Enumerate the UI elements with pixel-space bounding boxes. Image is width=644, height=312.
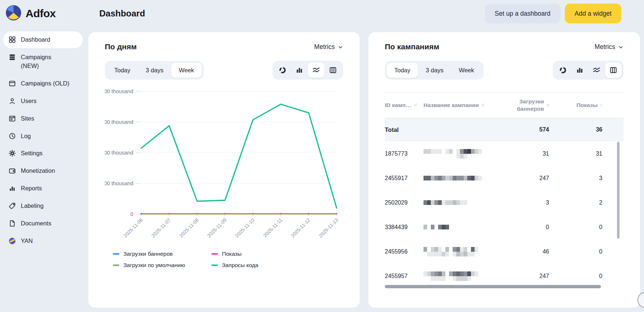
sidebar-item-documents[interactable]: Documents [3, 215, 83, 232]
browser-icon [8, 115, 16, 123]
campaign-id: 1875773 [385, 151, 418, 157]
sidebar-item-label: Documents [21, 219, 51, 228]
daily-range-tab-3-days[interactable]: 3 days [138, 63, 171, 78]
daily-metrics-dropdown[interactable]: Metrics [314, 43, 343, 51]
legend-item-загрузки-по-умолчанию: Загрузки по умолчанию [113, 262, 211, 269]
table-row[interactable]: 2455956460 [385, 239, 624, 264]
svg-text:200 thousand: 200 thousand [105, 150, 133, 156]
svg-text:2025-11-12: 2025-11-12 [290, 217, 311, 239]
campaigns-range-tab-today[interactable]: Today [387, 63, 418, 78]
daily-range-tabs: Today3 daysWeek [105, 61, 204, 80]
banner-loads-value: 31 [508, 151, 549, 157]
daily-card-title: По дням [105, 42, 137, 51]
adfox-logo-icon [6, 5, 21, 22]
daily-view-table-columns-icon[interactable] [325, 62, 341, 78]
table-vertical-scrollbar[interactable] [617, 142, 620, 239]
table-horizontal-scrollbar[interactable] [385, 285, 601, 288]
impressions-value: 0 [554, 224, 602, 231]
svg-text:2025-11-06: 2025-11-06 [122, 217, 144, 239]
sidebar-item-label: Reports [21, 184, 42, 193]
campaigns-metrics-dropdown[interactable]: Metrics [595, 43, 624, 51]
sidebar-item-campaigns-old[interactable]: Campaigns (OLD) [3, 75, 83, 92]
daily-view-bars-icon[interactable] [291, 62, 308, 78]
page-title: Dashboard [99, 0, 145, 27]
daily-range-tab-week[interactable]: Week [171, 63, 202, 78]
add-widget-button[interactable]: Add a widget [565, 4, 621, 23]
campaign-name-redacted [423, 271, 503, 281]
sidebar-item-campaigns-new[interactable]: Campaigns (NEW) [3, 49, 83, 75]
clock-icon [8, 132, 16, 140]
column-header-показы[interactable]: Показы↓↑ [554, 102, 602, 109]
sidebar-item-labeling[interactable]: Labeling [3, 198, 83, 214]
legend-label: Показы [222, 251, 242, 257]
column-header-название-кампании[interactable]: Название кампании↓↑ [423, 102, 503, 109]
svg-text:2025-11-09: 2025-11-09 [206, 217, 228, 239]
daily-range-tab-today[interactable]: Today [107, 63, 138, 78]
chart-legend: Загрузки баннеровПоказыЗагрузки по умолч… [105, 251, 343, 269]
column-label: Загрузки баннеров [508, 98, 544, 112]
sidebar: DashboardCampaigns (NEW)Campaigns (OLD)U… [0, 27, 86, 312]
svg-text:0: 0 [130, 211, 133, 217]
impressions-value: 31 [554, 151, 602, 157]
campaigns-view-lines-icon[interactable] [588, 62, 605, 78]
banner-loads-value: 3 [508, 199, 549, 206]
sidebar-item-label: Log [21, 132, 31, 141]
sidebar-item-yan[interactable]: YAN [3, 233, 83, 250]
document-icon [8, 220, 16, 228]
grid-icon [8, 36, 16, 44]
campaign-name-redacted [423, 200, 503, 205]
sidebar-item-log[interactable]: Log [3, 128, 83, 145]
wallet-icon [8, 167, 16, 175]
campaigns-view-table-columns-icon[interactable] [605, 62, 622, 78]
banner-loads-value: 247 [508, 273, 549, 279]
legend-item-загрузки-баннеров: Загрузки баннеров [113, 251, 211, 257]
campaign-id: 2502029 [385, 199, 418, 206]
sidebar-item-reports[interactable]: Reports [3, 180, 83, 197]
sidebar-item-monetization[interactable]: Monetization [3, 163, 83, 179]
column-label: Показы [576, 102, 598, 109]
daily-view-pie-chart-icon[interactable] [274, 62, 291, 78]
legend-swatch [113, 253, 119, 255]
total-label: Total [385, 126, 418, 133]
campaign-name-redacted [423, 149, 503, 159]
sidebar-item-label: Campaigns (OLD) [21, 79, 69, 88]
sort-arrows-icon[interactable]: ↓↑ [414, 102, 417, 108]
header-actions: Set up a dashboard Add a widget [485, 4, 621, 23]
campaign-id: 2455956 [385, 248, 418, 255]
table-row[interactable]: 18757733131 [385, 141, 624, 166]
bar-chart-icon [8, 184, 16, 193]
table-total-row: Total57436 [385, 118, 624, 141]
legend-swatch [113, 265, 119, 266]
campaigns-view-pie-chart-icon[interactable] [555, 62, 571, 78]
sort-arrows-icon[interactable]: ↓↑ [546, 102, 549, 108]
campaigns-range-tab-3-days[interactable]: 3 days [418, 63, 451, 78]
campaigns-widget-card: По кампаниям Metrics Today3 daysWeek ID … [368, 32, 640, 308]
sidebar-item-dashboard[interactable]: Dashboard [3, 31, 83, 48]
sidebar-item-users[interactable]: Users [3, 93, 83, 110]
table-row[interactable]: 338443900 [385, 215, 624, 239]
table-row[interactable]: 24559572470 [385, 264, 624, 288]
sidebar-item-label: Dashboard [21, 35, 50, 44]
table-row[interactable]: 24559172473 [385, 166, 624, 190]
sidebar-item-label: Users [21, 97, 37, 106]
campaign-id: 3384439 [385, 224, 418, 231]
campaign-name-redacted [423, 247, 503, 256]
table-row[interactable]: 250202932 [385, 190, 624, 215]
impressions-value: 0 [554, 273, 602, 279]
sort-arrows-icon[interactable]: ↓↑ [481, 102, 484, 108]
impressions-value: 0 [554, 248, 602, 255]
campaigns-metrics-label: Metrics [595, 43, 615, 51]
column-header-загрузки-баннеров[interactable]: Загрузки баннеров↓↑ [508, 98, 549, 112]
legend-item-показы: Показы [211, 251, 343, 257]
sidebar-item-settings[interactable]: Settings [3, 145, 83, 162]
campaigns-range-tab-week[interactable]: Week [451, 63, 482, 78]
campaigns-view-bars-icon[interactable] [571, 62, 588, 78]
banner-loads-value: 0 [508, 224, 549, 231]
setup-dashboard-button[interactable]: Set up a dashboard [485, 4, 560, 23]
legend-label: Загрузки по умолчанию [123, 262, 185, 269]
daily-view-lines-icon[interactable] [308, 62, 325, 78]
sort-arrows-icon[interactable]: ↓↑ [600, 102, 602, 108]
sidebar-item-label: Settings [21, 149, 43, 158]
sidebar-item-sites[interactable]: Sites [3, 110, 83, 127]
column-header-id-камп[interactable]: ID камп…↓↑ [385, 102, 418, 109]
